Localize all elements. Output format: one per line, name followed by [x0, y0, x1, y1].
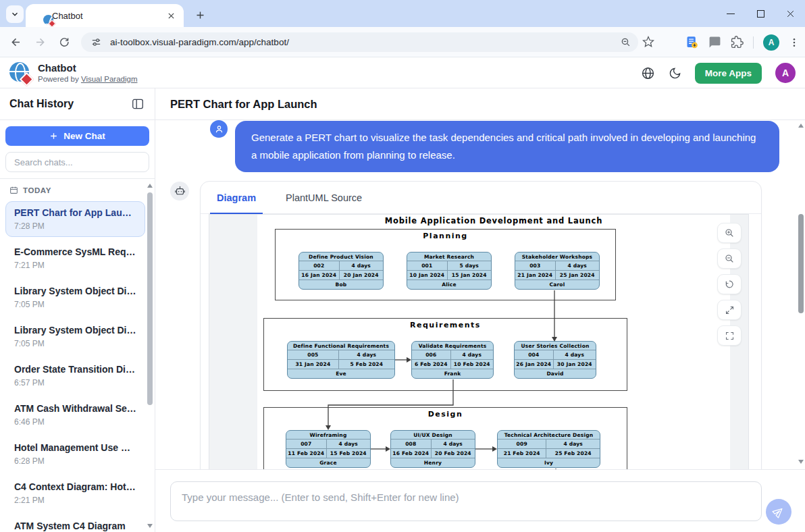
browser-profile-avatar[interactable]: A	[763, 34, 779, 51]
new-tab-button[interactable]	[191, 6, 209, 24]
task-duration: 4 days	[327, 440, 370, 448]
plus-icon	[195, 10, 205, 20]
zoom-out-button[interactable]	[717, 248, 742, 269]
new-chat-button[interactable]: New Chat	[5, 126, 149, 146]
task-end-date: 25 Jan 2024	[556, 271, 599, 280]
scrollbar-thumb[interactable]	[147, 192, 153, 405]
address-bar[interactable]: ai-toolbox.visual-paradigm.com/app/chatb…	[81, 32, 638, 52]
chat-item-time: 2:21 PM	[14, 496, 136, 505]
section-label: Planning	[276, 232, 615, 240]
tab-close-icon[interactable]	[165, 9, 177, 22]
chat-item-title: PERT Chart for App Launch	[14, 207, 136, 219]
task-end-date: 20 Jan 2024	[340, 271, 383, 280]
chat-item-time: 7:05 PM	[14, 300, 136, 309]
chat-history-item[interactable]: PERT Chart for App Launch 7:28 PM	[5, 201, 145, 237]
task-name: Validate Requirements	[412, 342, 493, 350]
collapse-panel-icon[interactable]	[132, 99, 144, 109]
diagram-viewport[interactable]: Mobile Application Development and Launc…	[209, 214, 749, 469]
close-button[interactable]	[775, 0, 805, 27]
task-end-date: 20 Feb 2024	[432, 449, 475, 458]
browser-tab[interactable]: Chatbot	[26, 4, 184, 27]
bookmark-button[interactable]	[639, 32, 658, 51]
dark-mode-moon-icon[interactable]	[669, 67, 681, 80]
chat-history-item[interactable]: ATM System C4 Diagram 2:08 PM	[5, 514, 145, 532]
fullscreen-button[interactable]	[717, 325, 742, 346]
forward-button[interactable]	[30, 32, 49, 51]
chat-history-item[interactable]: ATM Cash Withdrawal Seque... 6:46 PM	[5, 397, 145, 433]
chat-history-item[interactable]: Order State Transition Diagra... 6:57 PM	[5, 358, 145, 394]
browser-toolbar: ai-toolbox.visual-paradigm.com/app/chatb…	[0, 27, 805, 57]
chat-history-item[interactable]: E-Commerce SysML Require... 7:21 PM	[5, 240, 145, 276]
task-start-date: 10 Jan 2024	[407, 271, 448, 280]
user-account-avatar[interactable]: A	[775, 63, 796, 83]
task-duration: 4 days	[556, 261, 599, 270]
reading-mode-extension-icon[interactable]	[685, 35, 699, 49]
sidebar-scrollbar[interactable]	[146, 181, 154, 532]
scroll-up-arrow[interactable]	[798, 124, 804, 128]
person-icon	[214, 124, 224, 134]
powered-by-prefix: Powered by	[38, 75, 79, 83]
chat-history-item[interactable]: Hotel Management Use Case 6:28 PM	[5, 436, 145, 472]
plus-icon	[49, 132, 58, 140]
zoom-in-button[interactable]	[717, 223, 742, 243]
chat-history-item[interactable]: C4 Context Diagram: Hotel ... 2:21 PM	[5, 475, 145, 511]
app-header-actions: More Apps A	[641, 57, 796, 88]
chat-scrollbar[interactable]	[797, 120, 805, 469]
back-button[interactable]	[6, 32, 25, 51]
scrollbar-thumb[interactable]	[798, 214, 804, 313]
task-duration: 4 days	[554, 350, 596, 359]
expand-button[interactable]	[717, 300, 742, 320]
task-start-date: 16 Feb 2024	[391, 449, 432, 458]
task-start-date: 21 Jan 2024	[515, 271, 556, 280]
conversation-title-bar: PERT Chart for App Launch	[155, 88, 805, 120]
task-name: UI/UX Design	[391, 431, 475, 440]
scroll-down-arrow[interactable]	[798, 460, 804, 464]
zoom-in-icon	[724, 228, 735, 238]
robot-icon	[174, 186, 186, 197]
more-apps-button[interactable]: More Apps	[695, 63, 762, 84]
task-duration: 5 days	[448, 261, 491, 270]
task-start-date: 11 Feb 2024	[286, 449, 327, 458]
visual-paradigm-link[interactable]: Visual Paradigm	[81, 75, 138, 83]
chat-item-title: Library System Object Diagr...	[14, 286, 136, 297]
zoom-indicator-icon[interactable]	[620, 36, 631, 48]
task-owner: Henry	[391, 458, 475, 467]
minimize-button[interactable]	[716, 0, 746, 27]
send-paper-plane-icon	[770, 503, 787, 520]
tab-favicon	[43, 14, 55, 26]
task-id: 006	[412, 350, 451, 359]
task-owner: Bob	[299, 280, 383, 289]
maximize-button[interactable]	[746, 0, 775, 27]
search-input[interactable]	[5, 152, 149, 172]
extensions-puzzle-icon[interactable]	[731, 36, 744, 49]
chat-message-area[interactable]: Generate a PERT chart to visualize the t…	[155, 120, 805, 469]
language-globe-icon[interactable]	[641, 66, 655, 80]
task-start-date: 16 Jan 2024	[299, 271, 340, 280]
reset-icon	[724, 279, 735, 290]
tab-search-button[interactable]	[6, 5, 24, 23]
message-input[interactable]	[170, 481, 762, 521]
pert-task-node: Define Product Vision 0024 days 16 Jan 2…	[298, 252, 384, 290]
task-duration: 4 days	[546, 440, 600, 448]
scroll-down-arrow[interactable]	[147, 524, 153, 528]
task-name: Stakeholder Workshops	[515, 252, 599, 261]
reset-view-button[interactable]	[717, 274, 742, 294]
minimize-icon	[727, 14, 735, 14]
pert-task-node: Stakeholder Workshops 0034 days 21 Jan 2…	[515, 252, 600, 290]
main-content: PERT Chart for App Launch Generate a PER…	[155, 88, 805, 532]
reload-button[interactable]	[55, 32, 74, 51]
chat-history-item[interactable]: Library System Object Diagr... 7:05 PM	[5, 280, 145, 315]
star-icon	[642, 36, 654, 48]
feedback-icon[interactable]	[708, 36, 721, 49]
send-button[interactable]	[766, 499, 791, 525]
task-id: 001	[407, 261, 448, 270]
scroll-up-arrow[interactable]	[147, 184, 153, 188]
site-settings-icon	[90, 36, 102, 48]
browser-menu-kebab-icon[interactable]	[789, 37, 800, 48]
pert-diagram: Mobile Application Development and Launc…	[257, 215, 730, 469]
task-owner: Ivy	[498, 458, 600, 467]
chat-history-item[interactable]: Library System Object Diagr... 7:05 PM	[5, 319, 145, 354]
tab-plantuml-source[interactable]: PlantUML Source	[279, 182, 369, 213]
tab-diagram[interactable]: Diagram	[210, 182, 263, 213]
pert-task-node: Define Functional Requirements 0054 days…	[287, 341, 395, 379]
